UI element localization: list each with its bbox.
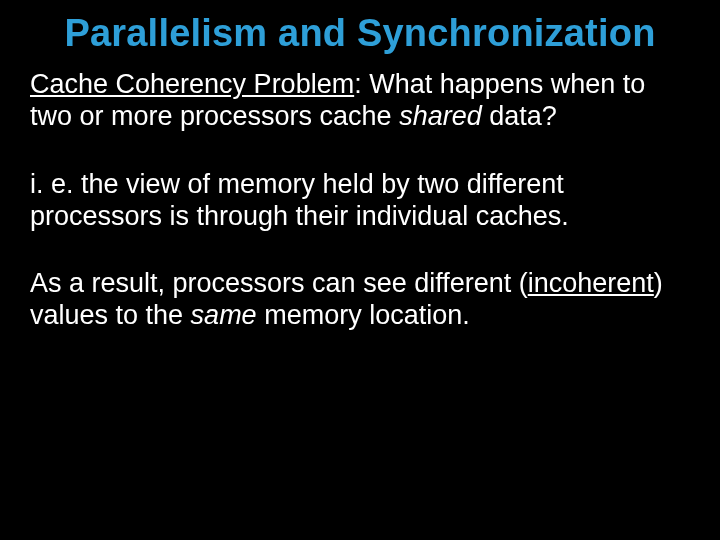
slide-title: Parallelism and Synchronization xyxy=(30,0,690,69)
emph-same: same xyxy=(191,300,257,330)
slide-body: Cache Coherency Problem: What happens wh… xyxy=(30,69,690,332)
text: As a result, processors can see differen… xyxy=(30,268,528,298)
term-incoherent: incoherent xyxy=(528,268,654,298)
term-cache-coherency: Cache Coherency Problem xyxy=(30,69,354,99)
paragraph-2: i. e. the view of memory held by two dif… xyxy=(30,169,690,233)
slide: Parallelism and Synchronization Cache Co… xyxy=(0,0,720,540)
paragraph-1: Cache Coherency Problem: What happens wh… xyxy=(30,69,690,133)
text: data? xyxy=(482,101,557,131)
text: memory location. xyxy=(257,300,470,330)
paragraph-3: As a result, processors can see differen… xyxy=(30,268,690,332)
emph-shared: shared xyxy=(399,101,482,131)
